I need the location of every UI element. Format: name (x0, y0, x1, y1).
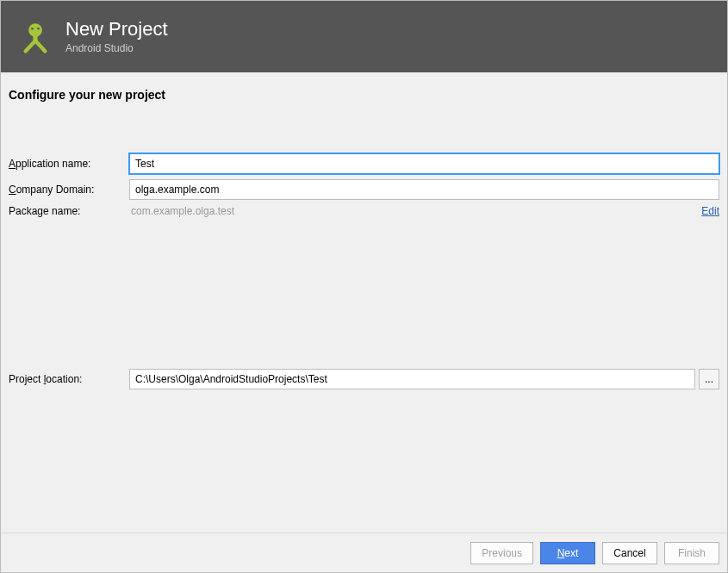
browse-button[interactable]: ... (699, 369, 719, 389)
dialog-subtitle: Android Studio (65, 42, 168, 54)
svg-point-4 (31, 28, 34, 30)
package-name-value: com.example.olga.test (129, 205, 693, 217)
dialog-content: Configure your new project Application n… (0, 72, 728, 389)
finish-button: Finish (664, 542, 719, 564)
package-name-label: Package name: (9, 205, 129, 217)
company-domain-input[interactable] (129, 179, 719, 200)
previous-button: Previous (470, 542, 533, 564)
svg-point-0 (28, 23, 42, 37)
cancel-button[interactable]: Cancel (602, 542, 657, 564)
dialog-footer: Previous Next Cancel Finish (0, 533, 728, 573)
edit-package-link[interactable]: Edit (701, 205, 719, 217)
svg-line-2 (26, 40, 35, 51)
svg-line-3 (35, 40, 45, 51)
android-studio-icon (17, 18, 53, 54)
app-name-input[interactable] (129, 153, 719, 174)
dialog-title: New Project (65, 18, 168, 40)
project-location-input[interactable] (129, 369, 695, 389)
company-domain-label: Company Domain: (9, 184, 129, 196)
section-title: Configure your new project (9, 88, 719, 102)
app-name-label: Application name: (9, 158, 129, 170)
svg-point-5 (37, 28, 40, 30)
project-location-label: Project location: (9, 373, 129, 385)
next-button[interactable]: Next (540, 542, 595, 564)
dialog-header: New Project Android Studio (0, 0, 728, 72)
